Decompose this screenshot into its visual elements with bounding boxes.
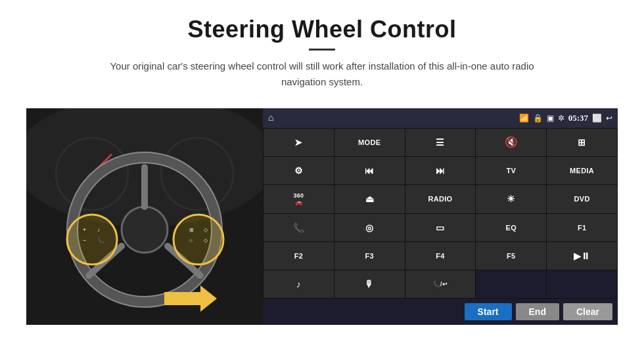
btn-list[interactable]: ☰ (405, 129, 476, 156)
home-icon[interactable]: ⌂ (268, 113, 273, 123)
btn-media[interactable]: MEDIA (547, 157, 617, 184)
page-container: Steering Wheel Control Your original car… (0, 0, 644, 357)
btn-f2[interactable]: F2 (264, 242, 334, 270)
svg-text:📞: 📞 (97, 236, 105, 244)
start-button[interactable]: Start (465, 303, 512, 320)
btn-brightness[interactable]: ☀ (476, 185, 546, 213)
btn-tv[interactable]: TV (476, 157, 546, 184)
svg-text:◇: ◇ (204, 238, 208, 243)
btn-prev[interactable]: ⏮ (334, 157, 405, 184)
btn-f4[interactable]: F4 (405, 242, 476, 270)
btn-f5[interactable]: F5 (476, 242, 546, 270)
mirror-icon: ⬜ (592, 114, 602, 123)
steering-wheel-svg: + ♪ − 📞 ⊞ ◇ ○ ◇ (26, 108, 263, 325)
status-time: 05:37 (568, 113, 588, 123)
page-title: Steering Wheel Control (26, 16, 618, 43)
title-section: Steering Wheel Control Your original car… (26, 16, 618, 102)
status-bar-left: ⌂ (268, 113, 273, 123)
title-divider (309, 49, 335, 51)
end-button[interactable]: End (516, 303, 559, 320)
svg-text:−: − (83, 237, 86, 243)
content-row: + ♪ − 📞 ⊞ ◇ ○ ◇ ⌂ (26, 108, 618, 325)
btn-eq[interactable]: EQ (476, 214, 546, 242)
btn-swirl[interactable]: ◎ (334, 214, 405, 242)
svg-point-7 (122, 207, 168, 253)
btn-answer[interactable]: 📞/↩ (405, 270, 476, 298)
btn-dvd[interactable]: DVD (547, 185, 617, 213)
clear-button[interactable]: Clear (563, 303, 612, 320)
subtitle-text: Your original car's steering wheel contr… (99, 58, 545, 90)
status-bar-right: 📶 🔒 ▣ ✲ 05:37 ⬜ ↩ (519, 113, 612, 123)
lock-icon: 🔒 (533, 114, 543, 123)
btn-next[interactable]: ⏭ (405, 157, 476, 184)
btn-empty1 (476, 270, 546, 298)
control-panel: ⌂ 📶 🔒 ▣ ✲ 05:37 ⬜ ↩ ➤ MODE ☰ 🔇 (263, 108, 618, 325)
svg-text:○: ○ (189, 238, 193, 243)
svg-point-11 (67, 215, 117, 264)
btn-mute[interactable]: 🔇 (476, 129, 546, 156)
action-bar: Start End Clear (263, 299, 618, 325)
btn-empty2 (547, 270, 617, 298)
btn-eject[interactable]: ⏏ (334, 185, 405, 213)
btn-radio[interactable]: RADIO (405, 185, 476, 213)
svg-point-12 (173, 215, 223, 264)
status-bar: ⌂ 📶 🔒 ▣ ✲ 05:37 ⬜ ↩ (263, 108, 618, 128)
btn-playpause[interactable]: ▶⏸ (547, 242, 617, 270)
button-grid: ➤ MODE ☰ 🔇 ⊞ ⚙ ⏮ ⏭ TV MEDIA 360🚗 ⏏ RADIO… (263, 128, 618, 299)
svg-text:+: + (83, 226, 86, 233)
btn-music[interactable]: ♪ (264, 270, 334, 298)
svg-text:◇: ◇ (204, 227, 208, 233)
btn-navigate[interactable]: ➤ (264, 129, 334, 156)
btn-f1[interactable]: F1 (547, 214, 617, 242)
wifi-icon: 📶 (519, 114, 529, 123)
btn-apps[interactable]: ⊞ (547, 129, 617, 156)
btn-mode[interactable]: MODE (334, 129, 405, 156)
btn-display[interactable]: ▭ (405, 214, 476, 242)
btn-mic[interactable]: 🎙 (334, 270, 405, 298)
svg-text:⊞: ⊞ (189, 227, 194, 233)
sim-icon: ▣ (547, 114, 554, 123)
back-icon[interactable]: ↩ (606, 114, 612, 123)
btn-settings[interactable]: ⚙ (264, 157, 334, 184)
steering-wheel-image: + ♪ − 📞 ⊞ ◇ ○ ◇ (26, 108, 263, 325)
btn-f3[interactable]: F3 (334, 242, 405, 270)
btn-phone[interactable]: 📞 (264, 214, 334, 242)
svg-text:♪: ♪ (97, 227, 100, 233)
btn-360[interactable]: 360🚗 (264, 185, 334, 213)
bluetooth-icon: ✲ (558, 114, 564, 123)
